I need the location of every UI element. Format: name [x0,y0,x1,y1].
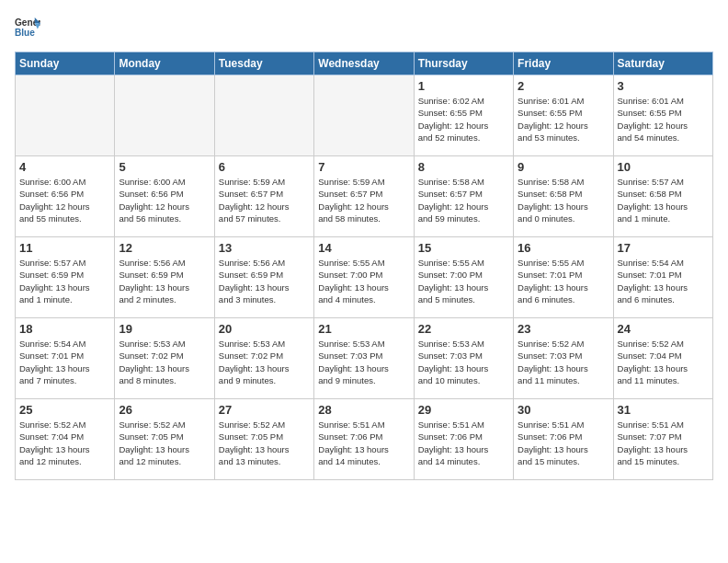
day-number: 22 [418,322,509,336]
calendar-cell: 10Sunrise: 5:57 AM Sunset: 6:58 PM Dayli… [613,156,712,237]
day-info: Sunrise: 5:54 AM Sunset: 7:01 PM Dayligh… [19,338,110,386]
day-number: 10 [618,160,709,174]
day-number: 6 [219,160,310,174]
day-number: 29 [418,403,509,417]
calendar-table: SundayMondayTuesdayWednesdayThursdayFrid… [15,52,713,480]
day-number: 13 [219,241,310,255]
day-info: Sunrise: 5:52 AM Sunset: 7:05 PM Dayligh… [119,419,210,467]
day-of-week-header: Monday [115,52,214,75]
day-number: 8 [418,160,509,174]
svg-text:Blue: Blue [15,28,35,38]
calendar-week-row: 11Sunrise: 5:57 AM Sunset: 6:59 PM Dayli… [16,237,713,318]
day-info: Sunrise: 5:51 AM Sunset: 7:06 PM Dayligh… [418,419,509,467]
day-number: 9 [518,160,609,174]
day-info: Sunrise: 5:51 AM Sunset: 7:06 PM Dayligh… [518,419,609,467]
calendar-week-row: 18Sunrise: 5:54 AM Sunset: 7:01 PM Dayli… [16,318,713,399]
day-of-week-header: Tuesday [214,52,313,75]
calendar-cell: 30Sunrise: 5:51 AM Sunset: 7:06 PM Dayli… [514,399,613,480]
day-number: 23 [518,322,609,336]
calendar-cell: 1Sunrise: 6:02 AM Sunset: 6:55 PM Daylig… [414,75,513,156]
day-number: 14 [318,241,409,255]
calendar-cell: 9Sunrise: 5:58 AM Sunset: 6:58 PM Daylig… [514,156,613,237]
day-info: Sunrise: 5:52 AM Sunset: 7:04 PM Dayligh… [19,419,110,467]
day-of-week-header: Saturday [613,52,712,75]
calendar-cell: 20Sunrise: 5:53 AM Sunset: 7:02 PM Dayli… [214,318,313,399]
calendar-header-row: SundayMondayTuesdayWednesdayThursdayFrid… [16,52,713,75]
calendar-cell: 27Sunrise: 5:52 AM Sunset: 7:05 PM Dayli… [214,399,313,480]
calendar-cell: 17Sunrise: 5:54 AM Sunset: 7:01 PM Dayli… [613,237,712,318]
calendar-cell: 5Sunrise: 6:00 AM Sunset: 6:56 PM Daylig… [115,156,214,237]
day-of-week-header: Wednesday [314,52,414,75]
day-number: 25 [19,403,110,417]
day-number: 17 [618,241,709,255]
day-info: Sunrise: 5:53 AM Sunset: 7:02 PM Dayligh… [119,338,210,386]
calendar-week-row: 1Sunrise: 6:02 AM Sunset: 6:55 PM Daylig… [16,75,713,156]
calendar-cell [115,75,214,156]
day-number: 4 [19,160,110,174]
calendar-cell: 31Sunrise: 5:51 AM Sunset: 7:07 PM Dayli… [613,399,712,480]
day-number: 18 [19,322,110,336]
day-number: 19 [119,322,210,336]
calendar-cell: 12Sunrise: 5:56 AM Sunset: 6:59 PM Dayli… [115,237,214,318]
day-info: Sunrise: 6:02 AM Sunset: 6:55 PM Dayligh… [418,95,509,144]
day-info: Sunrise: 5:58 AM Sunset: 6:57 PM Dayligh… [418,176,509,224]
logo-icon: General Blue [15,15,40,40]
day-info: Sunrise: 5:51 AM Sunset: 7:07 PM Dayligh… [618,419,709,467]
day-number: 7 [318,160,409,174]
calendar-cell [214,75,313,156]
day-info: Sunrise: 5:56 AM Sunset: 6:59 PM Dayligh… [219,257,310,305]
day-info: Sunrise: 6:00 AM Sunset: 6:56 PM Dayligh… [119,176,210,224]
calendar-cell: 3Sunrise: 6:01 AM Sunset: 6:55 PM Daylig… [613,75,712,156]
day-number: 3 [618,79,709,93]
calendar-cell: 16Sunrise: 5:55 AM Sunset: 7:01 PM Dayli… [514,237,613,318]
calendar-cell: 23Sunrise: 5:52 AM Sunset: 7:03 PM Dayli… [514,318,613,399]
day-info: Sunrise: 5:52 AM Sunset: 7:05 PM Dayligh… [219,419,310,467]
calendar-cell: 14Sunrise: 5:55 AM Sunset: 7:00 PM Dayli… [314,237,414,318]
day-of-week-header: Thursday [414,52,513,75]
calendar-cell: 24Sunrise: 5:52 AM Sunset: 7:04 PM Dayli… [613,318,712,399]
day-info: Sunrise: 5:52 AM Sunset: 7:04 PM Dayligh… [618,338,709,386]
day-info: Sunrise: 5:57 AM Sunset: 6:59 PM Dayligh… [19,257,110,305]
calendar-cell: 6Sunrise: 5:59 AM Sunset: 6:57 PM Daylig… [214,156,313,237]
day-number: 15 [418,241,509,255]
day-number: 11 [19,241,110,255]
day-number: 12 [119,241,210,255]
day-info: Sunrise: 5:51 AM Sunset: 7:06 PM Dayligh… [318,419,409,467]
day-info: Sunrise: 6:00 AM Sunset: 6:56 PM Dayligh… [19,176,110,224]
calendar-cell: 7Sunrise: 5:59 AM Sunset: 6:57 PM Daylig… [314,156,414,237]
day-number: 27 [219,403,310,417]
calendar-cell: 26Sunrise: 5:52 AM Sunset: 7:05 PM Dayli… [115,399,214,480]
calendar-week-row: 25Sunrise: 5:52 AM Sunset: 7:04 PM Dayli… [16,399,713,480]
day-number: 30 [518,403,609,417]
calendar-cell [314,75,414,156]
calendar-cell: 4Sunrise: 6:00 AM Sunset: 6:56 PM Daylig… [16,156,115,237]
calendar-cell: 8Sunrise: 5:58 AM Sunset: 6:57 PM Daylig… [414,156,513,237]
day-info: Sunrise: 5:59 AM Sunset: 6:57 PM Dayligh… [219,176,310,224]
calendar-cell: 18Sunrise: 5:54 AM Sunset: 7:01 PM Dayli… [16,318,115,399]
day-info: Sunrise: 5:58 AM Sunset: 6:58 PM Dayligh… [518,176,609,224]
day-info: Sunrise: 5:53 AM Sunset: 7:02 PM Dayligh… [219,338,310,386]
calendar-cell: 19Sunrise: 5:53 AM Sunset: 7:02 PM Dayli… [115,318,214,399]
day-number: 26 [119,403,210,417]
calendar-week-row: 4Sunrise: 6:00 AM Sunset: 6:56 PM Daylig… [16,156,713,237]
day-number: 2 [518,79,609,93]
calendar-cell: 2Sunrise: 6:01 AM Sunset: 6:55 PM Daylig… [514,75,613,156]
day-info: Sunrise: 5:55 AM Sunset: 7:00 PM Dayligh… [418,257,509,305]
calendar-cell: 28Sunrise: 5:51 AM Sunset: 7:06 PM Dayli… [314,399,414,480]
calendar-cell: 21Sunrise: 5:53 AM Sunset: 7:03 PM Dayli… [314,318,414,399]
day-number: 28 [318,403,409,417]
day-info: Sunrise: 5:55 AM Sunset: 7:01 PM Dayligh… [518,257,609,305]
day-number: 20 [219,322,310,336]
day-info: Sunrise: 5:57 AM Sunset: 6:58 PM Dayligh… [618,176,709,224]
day-number: 16 [518,241,609,255]
day-info: Sunrise: 5:53 AM Sunset: 7:03 PM Dayligh… [318,338,409,386]
calendar-cell [16,75,115,156]
day-info: Sunrise: 5:54 AM Sunset: 7:01 PM Dayligh… [618,257,709,305]
day-number: 21 [318,322,409,336]
day-number: 5 [119,160,210,174]
day-info: Sunrise: 5:55 AM Sunset: 7:00 PM Dayligh… [318,257,409,305]
day-info: Sunrise: 6:01 AM Sunset: 6:55 PM Dayligh… [618,95,709,144]
day-number: 24 [618,322,709,336]
day-info: Sunrise: 5:56 AM Sunset: 6:59 PM Dayligh… [119,257,210,305]
calendar-cell: 29Sunrise: 5:51 AM Sunset: 7:06 PM Dayli… [414,399,513,480]
